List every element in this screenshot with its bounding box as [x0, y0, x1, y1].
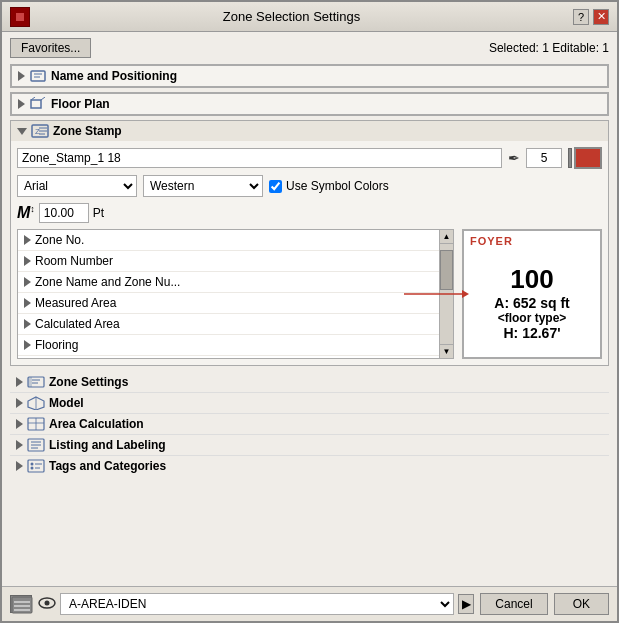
collapse-icon: [17, 128, 27, 135]
svg-marker-14: [462, 290, 469, 298]
zone-settings-section[interactable]: Zone Settings: [10, 372, 609, 393]
zone-settings-label: Zone Settings: [49, 375, 128, 389]
model-icon: [27, 396, 45, 410]
item-expand-icon: [24, 277, 31, 287]
svg-rect-33: [12, 597, 32, 613]
symbol-colors-checkbox[interactable]: [269, 180, 282, 193]
floor-plan-label: Floor Plan: [51, 97, 110, 111]
separator-bar: [568, 148, 572, 168]
item-expand-icon: [24, 298, 31, 308]
item-label: Room Number: [35, 254, 113, 268]
bottom-sections: Zone Settings Model Area Calculation: [10, 372, 609, 476]
expand-icon: [16, 419, 23, 429]
items-panel: Zone No. Room Number Zone Name and Zone …: [17, 229, 454, 359]
window-title: Zone Selection Settings: [10, 9, 573, 24]
item-label: Zone No.: [35, 233, 84, 247]
items-list: Zone No. Room Number Zone Name and Zone …: [18, 230, 453, 358]
selected-info: Selected: 1 Editable: 1: [489, 41, 609, 55]
scrollbar-thumb[interactable]: [440, 250, 453, 290]
preview-floor-type: <floor type>: [498, 311, 567, 325]
main-row: Zone No. Room Number Zone Name and Zone …: [17, 229, 602, 359]
zone-stamp-icon: Z: [31, 124, 49, 138]
list-item[interactable]: Zone No.: [18, 230, 439, 251]
eye-icon: [38, 596, 56, 613]
item-label: Calculated Area: [35, 317, 120, 331]
expand-icon: [16, 398, 23, 408]
item-expand-icon: [24, 340, 31, 350]
item-expand-icon: [24, 319, 31, 329]
svg-point-29: [31, 463, 34, 466]
model-label: Model: [49, 396, 84, 410]
lang-select[interactable]: Western: [143, 175, 263, 197]
expand-icon: [16, 461, 23, 471]
preview-room-label: FOYER: [470, 235, 513, 247]
list-item[interactable]: Zone Name and Zone Nu...: [18, 272, 439, 293]
stamp-name-row: ✒: [17, 147, 602, 169]
item-expand-icon: [24, 235, 31, 245]
size-row: M↕ Pt: [17, 203, 602, 223]
pt-label: Pt: [93, 206, 104, 220]
list-item[interactable]: Flooring: [18, 335, 439, 356]
name-positioning-label: Name and Positioning: [51, 69, 177, 83]
item-label: Flooring: [35, 338, 78, 352]
name-positioning-section: Name and Positioning: [10, 64, 609, 88]
floor-plan-header[interactable]: Floor Plan: [11, 93, 608, 115]
preview-height: H: 12.67': [503, 325, 560, 341]
number-input[interactable]: [526, 148, 562, 168]
layer-arrow-button[interactable]: ▶: [458, 594, 474, 614]
svg-rect-5: [31, 100, 41, 108]
stamp-name-input[interactable]: [17, 148, 502, 168]
font-select[interactable]: Arial: [17, 175, 137, 197]
content-area: Favorites... Selected: 1 Editable: 1 Nam…: [2, 32, 617, 586]
list-item[interactable]: Room Number: [18, 251, 439, 272]
top-bar: Favorites... Selected: 1 Editable: 1: [10, 38, 609, 58]
layer-dropdown[interactable]: A-AREA-IDEN: [60, 593, 454, 615]
scrollbar[interactable]: ▲ ▼: [439, 230, 453, 358]
tags-icon: [27, 459, 45, 473]
svg-rect-28: [28, 460, 44, 472]
favorites-button[interactable]: Favorites...: [10, 38, 91, 58]
item-label: Measured Area: [35, 296, 116, 310]
help-button[interactable]: ?: [573, 9, 589, 25]
expand-icon: [16, 377, 23, 387]
svg-point-30: [31, 467, 34, 470]
zone-settings-icon: [27, 375, 45, 389]
name-positioning-header[interactable]: Name and Positioning: [11, 65, 608, 87]
pen-icon: ✒: [508, 150, 520, 166]
cancel-button[interactable]: Cancel: [480, 593, 547, 615]
footer: A-AREA-IDEN ▶ Cancel OK: [2, 586, 617, 621]
tags-section[interactable]: Tags and Categories: [10, 456, 609, 476]
area-calc-label: Area Calculation: [49, 417, 144, 431]
listing-section[interactable]: Listing and Labeling: [10, 435, 609, 456]
text-size-icon: M↕: [17, 204, 35, 222]
title-controls: ? ✕: [573, 9, 609, 25]
color-picker[interactable]: [574, 147, 602, 169]
svg-point-38: [45, 600, 50, 605]
zone-stamp-header[interactable]: Z Zone Stamp: [11, 121, 608, 141]
close-button[interactable]: ✕: [593, 9, 609, 25]
listing-label: Listing and Labeling: [49, 438, 166, 452]
expand-icon: [18, 71, 25, 81]
svg-line-7: [41, 97, 45, 100]
area-calc-section[interactable]: Area Calculation: [10, 414, 609, 435]
tags-label: Tags and Categories: [49, 459, 166, 473]
name-pos-icon: [29, 69, 47, 83]
list-item[interactable]: Measured Area: [18, 293, 439, 314]
floor-plan-icon: [29, 97, 47, 111]
symbol-colors-checkbox-row: Use Symbol Colors: [269, 179, 389, 193]
area-calc-icon: [27, 417, 45, 431]
preview-number: 100: [510, 264, 553, 295]
model-section[interactable]: Model: [10, 393, 609, 414]
item-label: Zone Name and Zone Nu...: [35, 275, 180, 289]
zone-stamp-section: Z Zone Stamp ✒ Aria: [10, 120, 609, 366]
expand-icon: [18, 99, 25, 109]
title-bar: Zone Selection Settings ? ✕: [2, 2, 617, 32]
svg-rect-18: [28, 377, 32, 387]
ok-button[interactable]: OK: [554, 593, 609, 615]
list-item[interactable]: Calculated Area: [18, 314, 439, 335]
zone-stamp-label: Zone Stamp: [53, 124, 122, 138]
zone-stamp-body: ✒ Arial Western: [11, 141, 608, 365]
size-input[interactable]: [39, 203, 89, 223]
font-row: Arial Western Use Symbol Colors: [17, 175, 602, 197]
layer-select-row: A-AREA-IDEN ▶: [38, 593, 474, 615]
